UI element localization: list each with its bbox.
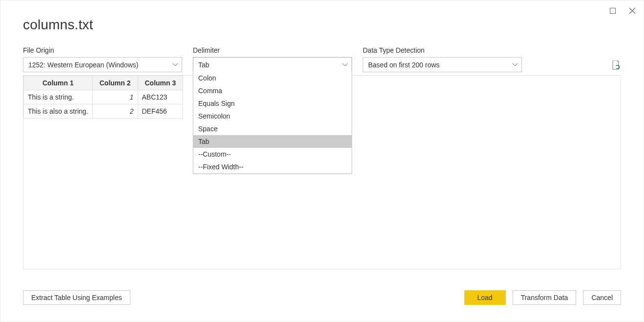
table-cell: ABC123 bbox=[138, 90, 183, 104]
dialog-title: columns.txt bbox=[23, 17, 621, 33]
delimiter-value: Tab bbox=[198, 61, 209, 69]
delimiter-option-colon[interactable]: Colon bbox=[193, 72, 352, 84]
chevron-down-icon bbox=[173, 63, 178, 66]
table-cell: This is a string. bbox=[24, 90, 93, 104]
delimiter-option-fixed-width[interactable]: --Fixed Width-- bbox=[193, 161, 352, 173]
column-header[interactable]: Column 3 bbox=[138, 76, 183, 90]
extract-table-button[interactable]: Extract Table Using Examples bbox=[23, 290, 130, 305]
preview-table: Column 1 Column 2 Column 3 This is a str… bbox=[23, 76, 183, 119]
delimiter-label: Delimiter bbox=[193, 46, 352, 54]
table-cell: This is also a string. bbox=[24, 104, 93, 119]
table-header-row: Column 1 Column 2 Column 3 bbox=[24, 76, 183, 90]
data-type-detection-dropdown[interactable]: Based on first 200 rows bbox=[363, 57, 522, 72]
refresh-icon[interactable] bbox=[611, 60, 620, 70]
table-row: This is also a string. 2 DEF456 bbox=[24, 104, 183, 119]
column-header[interactable]: Column 1 bbox=[24, 76, 93, 90]
data-type-detection-value: Based on first 200 rows bbox=[368, 61, 439, 69]
transform-data-button[interactable]: Transform Data bbox=[513, 290, 577, 305]
delimiter-option-semicolon[interactable]: Semicolon bbox=[193, 110, 352, 122]
maximize-icon[interactable] bbox=[609, 7, 616, 14]
table-row: This is a string. 1 ABC123 bbox=[24, 90, 183, 104]
chevron-down-icon bbox=[343, 63, 348, 66]
data-type-detection-label: Data Type Detection bbox=[363, 46, 522, 54]
load-button[interactable]: Load bbox=[464, 290, 506, 305]
delimiter-dropdown[interactable]: Tab Colon Comma Equals Sign Semicolon Sp… bbox=[193, 57, 352, 72]
table-cell: 1 bbox=[92, 90, 138, 104]
delimiter-option-comma[interactable]: Comma bbox=[193, 84, 352, 97]
delimiter-option-tab[interactable]: Tab bbox=[193, 135, 352, 148]
delimiter-option-custom[interactable]: --Custom-- bbox=[193, 148, 352, 161]
delimiter-option-space[interactable]: Space bbox=[193, 122, 352, 135]
delimiter-dropdown-list: Colon Comma Equals Sign Semicolon Space … bbox=[193, 72, 352, 174]
chevron-down-icon bbox=[513, 63, 518, 66]
file-origin-value: 1252: Western European (Windows) bbox=[28, 61, 138, 69]
file-origin-dropdown[interactable]: 1252: Western European (Windows) bbox=[23, 57, 182, 72]
table-cell: DEF456 bbox=[138, 104, 183, 119]
table-cell: 2 bbox=[92, 104, 138, 119]
cancel-button[interactable]: Cancel bbox=[583, 290, 621, 305]
close-icon[interactable] bbox=[629, 7, 636, 14]
file-origin-label: File Origin bbox=[23, 46, 182, 54]
delimiter-option-equals[interactable]: Equals Sign bbox=[193, 97, 352, 110]
svg-rect-0 bbox=[610, 8, 616, 14]
column-header[interactable]: Column 2 bbox=[92, 76, 138, 90]
